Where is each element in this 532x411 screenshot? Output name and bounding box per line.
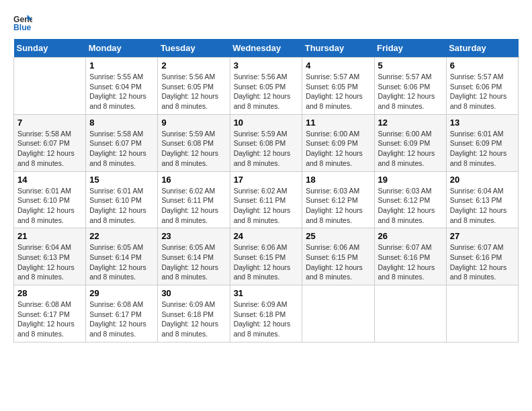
header-wednesday: Wednesday bbox=[230, 39, 302, 58]
day-info: Sunrise: 6:01 AM Sunset: 6:09 PM Dayligh… bbox=[450, 129, 515, 169]
calendar-cell: 9Sunrise: 5:59 AM Sunset: 6:08 PM Daylig… bbox=[158, 114, 230, 171]
day-number: 2 bbox=[161, 60, 226, 71]
day-info: Sunrise: 6:03 AM Sunset: 6:12 PM Dayligh… bbox=[378, 186, 443, 226]
day-number: 17 bbox=[234, 175, 299, 185]
day-info: Sunrise: 6:00 AM Sunset: 6:09 PM Dayligh… bbox=[378, 129, 443, 169]
calendar-cell: 18Sunrise: 6:03 AM Sunset: 6:12 PM Dayli… bbox=[302, 171, 374, 228]
day-info: Sunrise: 6:04 AM Sunset: 6:13 PM Dayligh… bbox=[17, 242, 82, 282]
calendar-cell: 7Sunrise: 5:58 AM Sunset: 6:07 PM Daylig… bbox=[14, 114, 86, 171]
calendar-cell: 22Sunrise: 6:05 AM Sunset: 6:14 PM Dayli… bbox=[86, 228, 158, 285]
day-number: 13 bbox=[450, 118, 515, 128]
week-row-1: 1Sunrise: 5:55 AM Sunset: 6:04 PM Daylig… bbox=[14, 58, 519, 115]
week-row-2: 7Sunrise: 5:58 AM Sunset: 6:07 PM Daylig… bbox=[14, 114, 519, 171]
week-row-3: 14Sunrise: 6:01 AM Sunset: 6:10 PM Dayli… bbox=[14, 171, 519, 228]
day-number: 29 bbox=[89, 288, 154, 298]
day-info: Sunrise: 6:08 AM Sunset: 6:17 PM Dayligh… bbox=[17, 300, 82, 339]
day-number: 4 bbox=[306, 60, 370, 71]
day-info: Sunrise: 5:56 AM Sunset: 6:05 PM Dayligh… bbox=[234, 72, 299, 111]
calendar-cell: 30Sunrise: 6:09 AM Sunset: 6:18 PM Dayli… bbox=[158, 285, 230, 342]
day-number: 8 bbox=[89, 118, 154, 128]
calendar-cell bbox=[446, 285, 518, 342]
day-number: 22 bbox=[89, 231, 154, 241]
day-info: Sunrise: 5:56 AM Sunset: 6:05 PM Dayligh… bbox=[161, 72, 226, 111]
day-info: Sunrise: 5:58 AM Sunset: 6:07 PM Dayligh… bbox=[89, 129, 154, 169]
day-info: Sunrise: 6:05 AM Sunset: 6:14 PM Dayligh… bbox=[161, 242, 226, 282]
calendar-cell: 4Sunrise: 5:57 AM Sunset: 6:05 PM Daylig… bbox=[302, 58, 374, 115]
calendar-cell: 14Sunrise: 6:01 AM Sunset: 6:10 PM Dayli… bbox=[14, 171, 86, 228]
day-number: 3 bbox=[234, 60, 299, 71]
day-number: 21 bbox=[17, 231, 82, 241]
day-number: 15 bbox=[89, 175, 154, 185]
calendar-cell: 27Sunrise: 6:07 AM Sunset: 6:16 PM Dayli… bbox=[446, 228, 518, 285]
day-number: 14 bbox=[17, 175, 82, 185]
logo-icon: Gene Blue bbox=[13, 13, 32, 32]
day-info: Sunrise: 6:07 AM Sunset: 6:16 PM Dayligh… bbox=[450, 242, 515, 282]
calendar-cell: 21Sunrise: 6:04 AM Sunset: 6:13 PM Dayli… bbox=[14, 228, 86, 285]
day-number: 11 bbox=[306, 118, 370, 128]
day-info: Sunrise: 6:00 AM Sunset: 6:09 PM Dayligh… bbox=[306, 129, 370, 169]
calendar-cell: 28Sunrise: 6:08 AM Sunset: 6:17 PM Dayli… bbox=[14, 285, 86, 342]
calendar-table: SundayMondayTuesdayWednesdayThursdayFrid… bbox=[13, 39, 519, 342]
calendar-cell: 2Sunrise: 5:56 AM Sunset: 6:05 PM Daylig… bbox=[158, 58, 230, 115]
day-number: 27 bbox=[450, 231, 515, 241]
day-number: 25 bbox=[306, 231, 370, 241]
calendar-cell bbox=[374, 285, 446, 342]
day-info: Sunrise: 5:57 AM Sunset: 6:05 PM Dayligh… bbox=[306, 72, 370, 111]
day-number: 19 bbox=[378, 175, 443, 185]
calendar-cell: 11Sunrise: 6:00 AM Sunset: 6:09 PM Dayli… bbox=[302, 114, 374, 171]
day-number: 18 bbox=[306, 175, 370, 185]
day-number: 5 bbox=[378, 60, 443, 71]
day-info: Sunrise: 5:57 AM Sunset: 6:06 PM Dayligh… bbox=[378, 72, 443, 111]
day-number: 7 bbox=[17, 118, 82, 128]
header-tuesday: Tuesday bbox=[158, 39, 230, 58]
day-number: 16 bbox=[161, 175, 226, 185]
day-number: 1 bbox=[89, 60, 154, 71]
calendar-cell: 12Sunrise: 6:00 AM Sunset: 6:09 PM Dayli… bbox=[374, 114, 446, 171]
header-sunday: Sunday bbox=[14, 39, 86, 58]
day-info: Sunrise: 5:59 AM Sunset: 6:08 PM Dayligh… bbox=[161, 129, 226, 169]
day-info: Sunrise: 6:09 AM Sunset: 6:18 PM Dayligh… bbox=[234, 300, 299, 339]
day-number: 31 bbox=[234, 288, 299, 298]
logo: Gene Blue bbox=[13, 13, 35, 32]
day-number: 30 bbox=[161, 288, 226, 298]
calendar-cell: 19Sunrise: 6:03 AM Sunset: 6:12 PM Dayli… bbox=[374, 171, 446, 228]
calendar-cell: 20Sunrise: 6:04 AM Sunset: 6:13 PM Dayli… bbox=[446, 171, 518, 228]
calendar-cell: 16Sunrise: 6:02 AM Sunset: 6:11 PM Dayli… bbox=[158, 171, 230, 228]
day-info: Sunrise: 6:03 AM Sunset: 6:12 PM Dayligh… bbox=[306, 186, 370, 226]
day-info: Sunrise: 6:07 AM Sunset: 6:16 PM Dayligh… bbox=[378, 242, 443, 282]
day-info: Sunrise: 5:59 AM Sunset: 6:08 PM Dayligh… bbox=[234, 129, 299, 169]
page-header: Gene Blue bbox=[13, 13, 519, 32]
day-info: Sunrise: 6:02 AM Sunset: 6:11 PM Dayligh… bbox=[161, 186, 226, 226]
header-saturday: Saturday bbox=[446, 39, 518, 58]
calendar-cell: 8Sunrise: 5:58 AM Sunset: 6:07 PM Daylig… bbox=[86, 114, 158, 171]
calendar-cell: 15Sunrise: 6:01 AM Sunset: 6:10 PM Dayli… bbox=[86, 171, 158, 228]
day-info: Sunrise: 6:01 AM Sunset: 6:10 PM Dayligh… bbox=[89, 186, 154, 226]
calendar-cell: 25Sunrise: 6:06 AM Sunset: 6:15 PM Dayli… bbox=[302, 228, 374, 285]
calendar-cell: 10Sunrise: 5:59 AM Sunset: 6:08 PM Dayli… bbox=[230, 114, 302, 171]
day-info: Sunrise: 5:58 AM Sunset: 6:07 PM Dayligh… bbox=[17, 129, 82, 169]
calendar-cell: 17Sunrise: 6:02 AM Sunset: 6:11 PM Dayli… bbox=[230, 171, 302, 228]
calendar-cell: 24Sunrise: 6:06 AM Sunset: 6:15 PM Dayli… bbox=[230, 228, 302, 285]
day-number: 24 bbox=[234, 231, 299, 241]
day-info: Sunrise: 5:57 AM Sunset: 6:06 PM Dayligh… bbox=[450, 72, 515, 111]
header-friday: Friday bbox=[374, 39, 446, 58]
day-number: 20 bbox=[450, 175, 515, 185]
calendar-cell bbox=[302, 285, 374, 342]
day-info: Sunrise: 6:09 AM Sunset: 6:18 PM Dayligh… bbox=[161, 300, 226, 339]
calendar-cell: 3Sunrise: 5:56 AM Sunset: 6:05 PM Daylig… bbox=[230, 58, 302, 115]
day-number: 9 bbox=[161, 118, 226, 128]
calendar-cell: 5Sunrise: 5:57 AM Sunset: 6:06 PM Daylig… bbox=[374, 58, 446, 115]
day-number: 28 bbox=[17, 288, 82, 298]
calendar-cell: 1Sunrise: 5:55 AM Sunset: 6:04 PM Daylig… bbox=[86, 58, 158, 115]
week-row-4: 21Sunrise: 6:04 AM Sunset: 6:13 PM Dayli… bbox=[14, 228, 519, 285]
day-number: 26 bbox=[378, 231, 443, 241]
day-info: Sunrise: 6:01 AM Sunset: 6:10 PM Dayligh… bbox=[17, 186, 82, 226]
header-monday: Monday bbox=[86, 39, 158, 58]
calendar-cell: 6Sunrise: 5:57 AM Sunset: 6:06 PM Daylig… bbox=[446, 58, 518, 115]
calendar-cell: 13Sunrise: 6:01 AM Sunset: 6:09 PM Dayli… bbox=[446, 114, 518, 171]
day-info: Sunrise: 6:04 AM Sunset: 6:13 PM Dayligh… bbox=[450, 186, 515, 226]
day-info: Sunrise: 6:06 AM Sunset: 6:15 PM Dayligh… bbox=[234, 242, 299, 282]
day-info: Sunrise: 6:02 AM Sunset: 6:11 PM Dayligh… bbox=[234, 186, 299, 226]
day-info: Sunrise: 6:08 AM Sunset: 6:17 PM Dayligh… bbox=[89, 300, 154, 339]
calendar-cell: 23Sunrise: 6:05 AM Sunset: 6:14 PM Dayli… bbox=[158, 228, 230, 285]
